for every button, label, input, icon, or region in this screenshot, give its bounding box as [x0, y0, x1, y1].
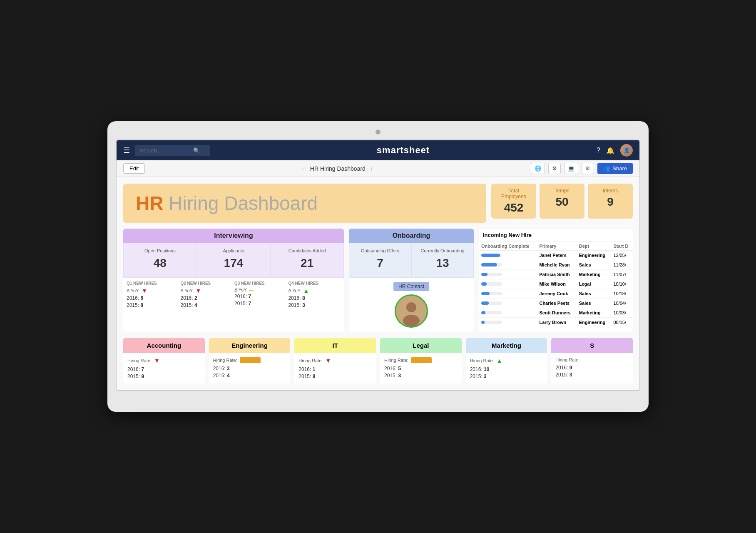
currently-onboarding-card: Currently Onboarding 13: [411, 243, 474, 278]
onboarding-progress-cell: [479, 299, 537, 308]
bar-indicator: [240, 357, 261, 363]
hero-row: HR Hiring Dashboard Total Employees 452 …: [123, 184, 633, 223]
currently-onboarding-value: 13: [415, 257, 470, 270]
dept-card-it: IT Hiring Rate: ▼ 2016: 1 2015: 8: [294, 338, 376, 384]
hiring-rate-row: Hiring Rate:: [555, 357, 629, 362]
applicants-card: Applicants 174: [197, 243, 271, 278]
onboarding-progress-cell: [479, 251, 537, 260]
context-menu-icon[interactable]: ⋮: [369, 165, 375, 172]
dept-header: Accounting: [123, 338, 205, 353]
candidates-added-card: Candidates Added 21: [270, 243, 344, 278]
edit-button[interactable]: Edit: [123, 163, 145, 174]
table-row: Patricia Smith Marketing 11/07/: [479, 270, 633, 279]
total-employees-card: Total Employees 452: [491, 184, 536, 219]
tools-button[interactable]: ⚙: [582, 163, 594, 174]
quarterly-row: Q1 NEW HIRES Δ YoY: ▼ 2016: 6 2015: 8 Q2…: [123, 278, 344, 311]
hire-name: Jeremy Cook: [537, 289, 576, 299]
q4-stat: Q4 NEW HIRES Δ YoY: ▲ 2016: 8 2015: 3: [288, 281, 341, 308]
hero-title: HR Hiring Dashboard: [136, 192, 318, 214]
dept-card-s: S Hiring Rate: 2016: 9 2015: 3: [551, 338, 633, 384]
avatar[interactable]: 👤: [620, 144, 633, 157]
dept-year2: 2015: 3: [470, 374, 543, 379]
temps-card: Temps 50: [540, 184, 584, 219]
q1-stat: Q1 NEW HIRES Δ YoY: ▼ 2016: 6 2015: 8: [127, 281, 179, 308]
interviewing-panel: Interviewing Open Positions 48 Applicant…: [123, 229, 344, 332]
interviewing-header: Interviewing: [123, 229, 344, 243]
hire-start: 08/15/: [611, 318, 633, 327]
hire-name: Michelle Ryan: [537, 260, 576, 270]
dept-header: S: [551, 338, 633, 353]
dept-body: Hiring Rate: 2016: 3 2015: 4: [209, 353, 291, 383]
department-row: Accounting Hiring Rate: ▼ 2016: 7 2015: …: [123, 338, 633, 384]
hr-avatar: [395, 294, 428, 328]
onboarding-progress-cell: [479, 318, 537, 327]
hire-name: Mike Wilson: [537, 279, 576, 289]
hero-stats: Total Employees 452 Temps 50 Interns 9: [491, 184, 633, 223]
hire-start: 10/18/: [611, 289, 633, 299]
hire-dept: Engineering: [577, 251, 611, 260]
bell-icon[interactable]: 🔔: [606, 147, 614, 154]
table-row: Jeremy Cook Sales 10/18/: [479, 289, 633, 299]
outstanding-offers-value: 7: [353, 257, 408, 270]
total-employees-label: Total Employees: [497, 188, 530, 199]
hero-banner: HR Hiring Dashboard: [123, 184, 486, 223]
down-arrow-icon: ▼: [154, 357, 160, 364]
nav-icons: ? 🔔 👤: [597, 144, 633, 157]
hire-dept: Sales: [577, 260, 611, 270]
dept-year2: 2015: 4: [213, 373, 286, 379]
hiring-rate-label: Hiring Rate:: [555, 357, 579, 362]
temps-label: Temps: [545, 188, 579, 194]
hiring-rate-label: Hiring Rate:: [470, 358, 494, 363]
new-hire-table: Onboarding Complete Primary Dept Start D…: [479, 242, 633, 327]
app-logo: smartsheet: [215, 145, 592, 156]
open-positions-value: 48: [127, 257, 193, 270]
dept-body: Hiring Rate: ▼ 2016: 7 2015: 9: [123, 353, 205, 384]
up-arrow-icon: ▲: [303, 287, 309, 294]
display-button[interactable]: 💻: [564, 163, 578, 174]
hire-dept: Sales: [577, 289, 611, 299]
search-input[interactable]: [140, 147, 190, 154]
onboarding-progress-cell: [479, 279, 537, 289]
hire-name: Charles Peets: [537, 299, 576, 308]
hamburger-icon[interactable]: ☰: [123, 146, 130, 155]
dept-year1: 2016: 10: [470, 366, 543, 372]
q3-stat: Q3 NEW HIRES Δ YoY: — 2016: 7 2015: 7: [234, 281, 287, 308]
hiring-rate-row: Hiring Rate: ▼: [298, 357, 372, 364]
onboarding-progress-cell: [479, 308, 537, 318]
hiring-rate-label: Hiring Rate:: [127, 358, 152, 363]
interviewing-metrics: Open Positions 48 Applicants 174 Candida…: [123, 243, 344, 278]
search-icon: 🔍: [193, 147, 200, 154]
total-employees-value: 452: [497, 201, 530, 214]
monitor-shell: ☰ 🔍 smartsheet ? 🔔 👤 Edit ☆ HR Hiring Da…: [107, 121, 649, 412]
interns-label: Interns: [594, 188, 627, 194]
share-button[interactable]: 👥 Share: [597, 163, 633, 174]
dept-year1: 2016: 1: [298, 366, 372, 372]
topnav: ☰ 🔍 smartsheet ? 🔔 👤: [117, 140, 639, 160]
hire-name: Janet Peters: [537, 251, 576, 260]
globe-button[interactable]: 🌐: [531, 163, 545, 174]
hiring-rate-row: Hiring Rate: ▲: [470, 357, 543, 364]
dept-header: IT: [294, 338, 376, 353]
table-row: Charles Peets Sales 10/04/: [479, 299, 633, 308]
col-dept: Dept: [577, 242, 611, 251]
hire-dept: Engineering: [577, 318, 611, 327]
candidates-added-value: 21: [274, 257, 340, 270]
hire-start: 10/10/: [611, 279, 633, 289]
applicants-value: 174: [201, 257, 267, 270]
hr-contact-label: HR Contact: [393, 282, 429, 291]
search-box[interactable]: 🔍: [135, 145, 210, 156]
onboarding-header: Onboarding: [349, 229, 474, 243]
dept-year1: 2016: 9: [555, 365, 629, 371]
hire-dept: Marketing: [577, 308, 611, 318]
settings-button[interactable]: ⚙: [548, 163, 561, 174]
down-arrow-icon: ▼: [142, 287, 147, 294]
hire-dept: Marketing: [577, 270, 611, 279]
hiring-rate-row: Hiring Rate: ▼: [127, 357, 201, 364]
dept-body: Hiring Rate: 2016: 9 2015: 3: [551, 353, 633, 382]
dept-year2: 2015: 3: [555, 372, 629, 378]
mid-row: Interviewing Open Positions 48 Applicant…: [123, 229, 633, 332]
onboarding-metrics: Outstanding Offers 7 Currently Onboardin…: [349, 243, 474, 278]
help-icon[interactable]: ?: [597, 147, 600, 154]
star-icon[interactable]: ☆: [301, 165, 307, 172]
new-hire-title: Incoming New Hire: [479, 229, 633, 242]
